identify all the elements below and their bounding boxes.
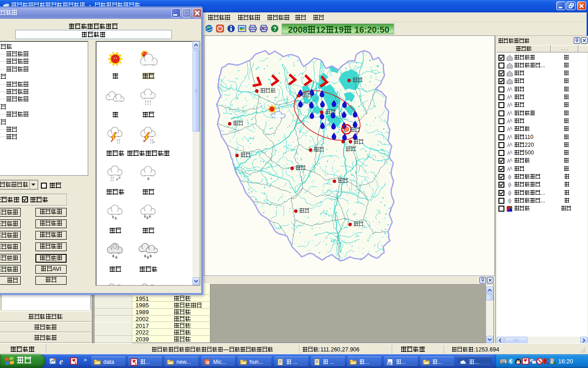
svg-text:?: ? <box>273 25 277 32</box>
